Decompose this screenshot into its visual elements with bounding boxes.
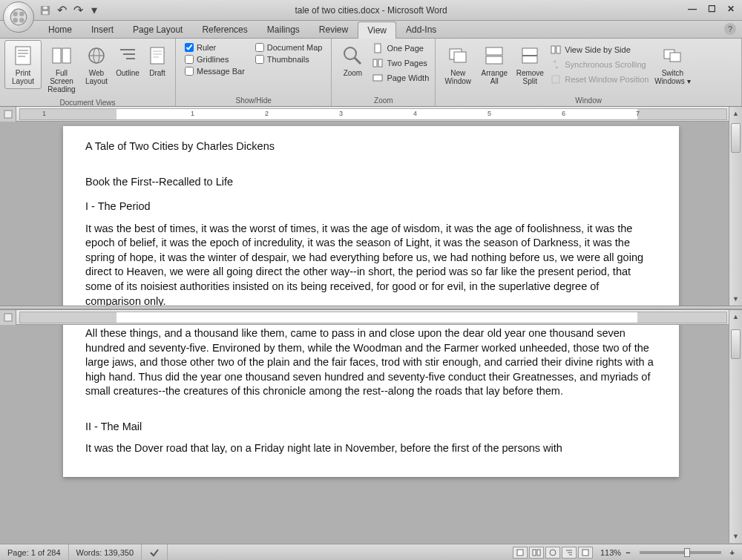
doc-book-line: Book the First--Recalled to Life [85,175,657,190]
sync-scroll-icon [550,59,562,70]
zoom-in-button[interactable]: + [727,548,738,557]
svg-rect-28 [378,59,382,67]
view-web-layout-icon[interactable] [545,547,560,559]
status-proofing-icon[interactable] [142,544,168,560]
office-button[interactable] [3,1,34,33]
vertical-scrollbar-top[interactable]: ▲ ▼ [729,107,742,306]
doc-paragraph-1: It was the best of times, it was the wor… [85,222,657,306]
arrange-all-button[interactable]: Arrange All [477,40,511,89]
document-map-checkbox-input[interactable] [255,43,264,52]
outline-button[interactable]: Outline [113,40,142,81]
svg-rect-31 [454,52,466,62]
switch-windows-icon [660,44,684,67]
full-screen-reading-icon [50,44,73,67]
switch-windows-button[interactable]: Switch Windows ▾ [651,40,693,89]
status-words[interactable]: Words: 139,350 [69,544,142,560]
svg-rect-40 [670,53,680,62]
tab-mailings[interactable]: Mailings [257,21,309,38]
zoom-slider-thumb[interactable] [684,548,690,557]
tab-page-layout[interactable]: Page Layout [123,21,192,38]
svg-rect-12 [53,48,61,63]
scroll-down-icon-2[interactable]: ▼ [729,530,742,543]
close-button[interactable]: ✕ [724,3,738,15]
undo-icon[interactable]: ↶ [55,4,68,17]
tab-home[interactable]: Home [39,21,82,38]
group-document-views: Print Layout Full Screen Reading Web Lay… [0,39,176,106]
document-map-checkbox[interactable]: Document Map [255,43,323,52]
zoom-percentage[interactable]: 113% [600,548,621,557]
help-icon[interactable]: ? [724,23,736,35]
ruler-checkbox-input[interactable] [185,43,194,52]
status-page[interactable]: Page: 1 of 284 [0,544,69,560]
svg-rect-36 [551,46,555,53]
one-page-button[interactable]: One Page [372,42,429,55]
horizontal-ruler-bottom[interactable] [0,310,742,325]
svg-rect-7 [43,6,47,9]
synchronous-scrolling-button[interactable]: Synchronous Scrolling [550,58,649,71]
new-window-button[interactable]: New Window [440,40,476,89]
svg-point-3 [13,18,18,23]
tab-references[interactable]: References [192,21,257,38]
maximize-button[interactable]: ☐ [705,3,718,15]
qat-customize-icon[interactable]: ▾ [88,4,101,17]
svg-rect-27 [373,59,377,67]
scroll-thumb-bottom[interactable] [731,329,741,359]
minimize-button[interactable]: — [686,3,699,15]
web-layout-button[interactable]: Web Layout [82,40,111,89]
svg-point-46 [550,550,556,556]
print-layout-button[interactable]: Print Layout [4,40,42,89]
redo-icon[interactable]: ↷ [71,4,85,17]
zoom-slider[interactable] [640,551,721,554]
tab-review[interactable]: Review [309,21,358,38]
tab-insert[interactable]: Insert [82,21,123,38]
scroll-up-icon-2[interactable]: ▲ [729,310,742,323]
vertical-scrollbar-bottom[interactable]: ▲ ▼ [729,310,742,543]
view-print-layout-icon[interactable] [513,547,528,559]
view-side-by-side-button[interactable]: View Side by Side [550,43,649,56]
svg-rect-43 [517,550,523,556]
remove-split-button[interactable]: Remove Split [513,40,547,89]
one-page-icon [372,42,384,54]
status-bar: Page: 1 of 284 Words: 139,350 113% − + [0,544,742,560]
save-icon[interactable] [39,4,52,17]
svg-rect-33 [486,56,502,64]
zoom-out-button[interactable]: − [623,548,633,557]
tab-view[interactable]: View [358,22,396,39]
svg-point-0 [10,9,27,25]
gridlines-checkbox[interactable]: Gridlines [185,55,245,64]
doc-title-line: A Tale of Two Cities by Charles Dickens [85,139,657,154]
reset-window-position-button[interactable]: Reset Window Position [550,73,649,86]
ruler-checkbox[interactable]: Ruler [185,43,245,52]
gridlines-checkbox-input[interactable] [185,55,194,64]
view-draft-icon[interactable] [578,547,593,559]
doc-paragraph-2: All these things, and a thousand like th… [85,326,657,399]
scroll-up-icon[interactable]: ▲ [729,107,742,120]
reset-position-icon [550,73,562,85]
thumbnails-checkbox[interactable]: Thumbnails [255,55,323,64]
two-pages-button[interactable]: Two Pages [372,56,429,70]
horizontal-ruler-top[interactable]: 1 1 2 3 4 5 6 7 [0,107,742,122]
scroll-thumb-top[interactable] [731,123,741,153]
view-full-screen-icon[interactable] [529,547,544,559]
tab-add-ins[interactable]: Add-Ins [396,21,446,38]
page-width-button[interactable]: Page Width [372,71,429,85]
document-page-bottom[interactable]: All these things, and a thousand like th… [63,313,679,477]
group-show-hide: Ruler Gridlines Message Bar Document Map… [176,39,332,106]
document-page-top[interactable]: A Tale of Two Cities by Charles Dickens … [63,126,679,306]
arrange-all-icon [482,44,506,67]
view-outline-icon[interactable] [562,547,577,559]
message-bar-checkbox[interactable]: Message Bar [185,67,245,76]
svg-point-4 [19,18,24,23]
message-bar-checkbox-input[interactable] [185,67,194,76]
draft-button[interactable]: Draft [144,40,171,81]
scroll-down-icon[interactable]: ▼ [729,292,742,306]
thumbnails-checkbox-input[interactable] [255,55,264,64]
zoom-button[interactable]: Zoom [336,40,369,81]
svg-point-1 [13,11,18,16]
svg-rect-45 [537,550,540,556]
draft-icon [145,44,169,67]
zoom-icon [341,44,364,67]
svg-rect-42 [4,314,12,321]
group-label-zoom: Zoom [336,95,430,106]
full-screen-reading-button[interactable]: Full Screen Reading [43,40,80,97]
